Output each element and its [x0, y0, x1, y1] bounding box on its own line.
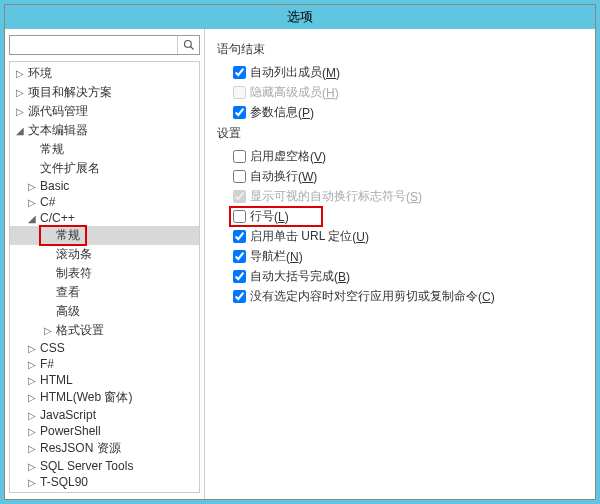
option-mnemonic: (S) — [406, 190, 422, 204]
tree-item[interactable]: ▷C# — [10, 194, 199, 210]
option-mnemonic: (B) — [334, 270, 350, 284]
option-row: 隐藏高级成员(H) — [233, 84, 583, 101]
svg-point-0 — [184, 41, 191, 48]
tree-item-label: 制表符 — [54, 265, 92, 282]
tree-item[interactable]: 文件扩展名 — [10, 159, 199, 178]
left-panel: ▷环境▷项目和解决方案▷源代码管理◢文本编辑器常规文件扩展名▷Basic▷C#◢… — [5, 29, 205, 499]
option-row: 启用单击 URL 定位(U) — [233, 228, 583, 245]
tree-item-label: C# — [38, 195, 55, 209]
chevron-right-icon[interactable]: ▷ — [26, 493, 38, 494]
tree-item-label: F# — [38, 357, 54, 371]
option-checkbox[interactable] — [233, 270, 246, 283]
option-label: 行号 — [250, 208, 274, 225]
chevron-right-icon[interactable]: ▷ — [14, 87, 26, 98]
tree-item[interactable]: ▷ResJSON 资源 — [10, 439, 199, 458]
tree-item-label: 源代码管理 — [26, 103, 88, 120]
search-icon — [183, 39, 195, 51]
chevron-right-icon[interactable]: ▷ — [26, 359, 38, 370]
tree-item[interactable]: 制表符 — [10, 264, 199, 283]
option-label: 导航栏 — [250, 248, 286, 265]
option-checkbox[interactable] — [233, 106, 246, 119]
tree-item[interactable]: ▷T-SQL90 — [10, 474, 199, 490]
tree-item[interactable]: ▷JavaScript — [10, 407, 199, 423]
tree-item[interactable]: ▷源代码管理 — [10, 102, 199, 121]
option-label: 参数信息 — [250, 104, 298, 121]
chevron-right-icon[interactable]: ▷ — [26, 461, 38, 472]
chevron-right-icon[interactable]: ▷ — [14, 68, 26, 79]
chevron-down-icon[interactable]: ◢ — [14, 125, 26, 136]
option-checkbox[interactable] — [233, 290, 246, 303]
tree-item[interactable]: ▷F# — [10, 356, 199, 372]
option-row: 没有选定内容时对空行应用剪切或复制命令(C) — [233, 288, 583, 305]
tree-item[interactable]: ▷项目和解决方案 — [10, 83, 199, 102]
tree-item-label: 高级 — [54, 303, 80, 320]
tree-item[interactable]: 常规 — [10, 140, 199, 159]
tree-item[interactable]: 滚动条 — [10, 245, 199, 264]
chevron-right-icon[interactable]: ▷ — [26, 197, 38, 208]
option-row: 自动列出成员(M) — [233, 64, 583, 81]
tree-item[interactable]: 常规 — [10, 226, 199, 245]
tree-item[interactable]: 高级 — [10, 302, 199, 321]
option-checkbox[interactable] — [233, 66, 246, 79]
option-row: 启用虚空格(V) — [233, 148, 583, 165]
chevron-right-icon[interactable]: ▷ — [26, 443, 38, 454]
search-box — [9, 35, 200, 55]
tree-item[interactable]: ▷TypeScript — [10, 490, 199, 493]
option-row: 行号(L) — [233, 208, 583, 225]
option-checkbox[interactable] — [233, 230, 246, 243]
tree-item[interactable]: ▷CSS — [10, 340, 199, 356]
tree-item[interactable]: ◢文本编辑器 — [10, 121, 199, 140]
option-label: 没有选定内容时对空行应用剪切或复制命令 — [250, 288, 478, 305]
tree-item-label: ResJSON 资源 — [38, 440, 121, 457]
chevron-right-icon[interactable]: ▷ — [26, 410, 38, 421]
tree-item[interactable]: ▷SQL Server Tools — [10, 458, 199, 474]
tree-item-label: T-SQL90 — [38, 475, 88, 489]
chevron-right-icon[interactable]: ▷ — [26, 477, 38, 488]
chevron-right-icon[interactable]: ▷ — [26, 181, 38, 192]
option-mnemonic: (U) — [352, 230, 369, 244]
option-checkbox[interactable] — [233, 210, 246, 223]
chevron-right-icon[interactable]: ▷ — [26, 426, 38, 437]
option-mnemonic: (H) — [322, 86, 339, 100]
tree-item[interactable]: ◢C/C++ — [10, 210, 199, 226]
option-mnemonic: (V) — [310, 150, 326, 164]
tree-item[interactable]: ▷HTML(Web 窗体) — [10, 388, 199, 407]
tree-item[interactable]: ▷格式设置 — [10, 321, 199, 340]
tree-item-label: HTML — [38, 373, 73, 387]
chevron-right-icon[interactable]: ▷ — [26, 343, 38, 354]
option-label: 自动换行 — [250, 168, 298, 185]
tree-item-label: JavaScript — [38, 408, 96, 422]
tree-item-label: 文件扩展名 — [38, 160, 100, 177]
tree-scroll[interactable]: ▷环境▷项目和解决方案▷源代码管理◢文本编辑器常规文件扩展名▷Basic▷C#◢… — [9, 61, 200, 493]
tree-item-label: 常规 — [54, 227, 80, 244]
search-input[interactable] — [10, 36, 177, 54]
option-row: 自动大括号完成(B) — [233, 268, 583, 285]
tree-item[interactable]: ▷PowerShell — [10, 423, 199, 439]
tree-item-label: 格式设置 — [54, 322, 104, 339]
option-label: 显示可视的自动换行标志符号 — [250, 188, 406, 205]
option-row: 导航栏(N) — [233, 248, 583, 265]
tree-item[interactable]: 查看 — [10, 283, 199, 302]
option-row: 显示可视的自动换行标志符号(S) — [233, 188, 583, 205]
section-statement-completion: 语句结束 — [217, 41, 583, 58]
tree-item-label: TypeScript — [38, 491, 97, 493]
chevron-right-icon[interactable]: ▷ — [14, 106, 26, 117]
option-row: 自动换行(W) — [233, 168, 583, 185]
option-mnemonic: (N) — [286, 250, 303, 264]
option-checkbox[interactable] — [233, 150, 246, 163]
chevron-right-icon[interactable]: ▷ — [26, 375, 38, 386]
tree-item[interactable]: ▷HTML — [10, 372, 199, 388]
chevron-right-icon[interactable]: ▷ — [26, 392, 38, 403]
option-mnemonic: (W) — [298, 170, 317, 184]
option-checkbox[interactable] — [233, 250, 246, 263]
chevron-down-icon[interactable]: ◢ — [26, 213, 38, 224]
option-label: 自动列出成员 — [250, 64, 322, 81]
chevron-right-icon[interactable]: ▷ — [42, 325, 54, 336]
option-checkbox[interactable] — [233, 170, 246, 183]
tree-item-label: 常规 — [38, 141, 64, 158]
tree-item-label: SQL Server Tools — [38, 459, 133, 473]
tree-item[interactable]: ▷环境 — [10, 64, 199, 83]
watermark-url: www.33LC.com — [514, 475, 590, 487]
tree-item[interactable]: ▷Basic — [10, 178, 199, 194]
search-button[interactable] — [177, 36, 199, 54]
